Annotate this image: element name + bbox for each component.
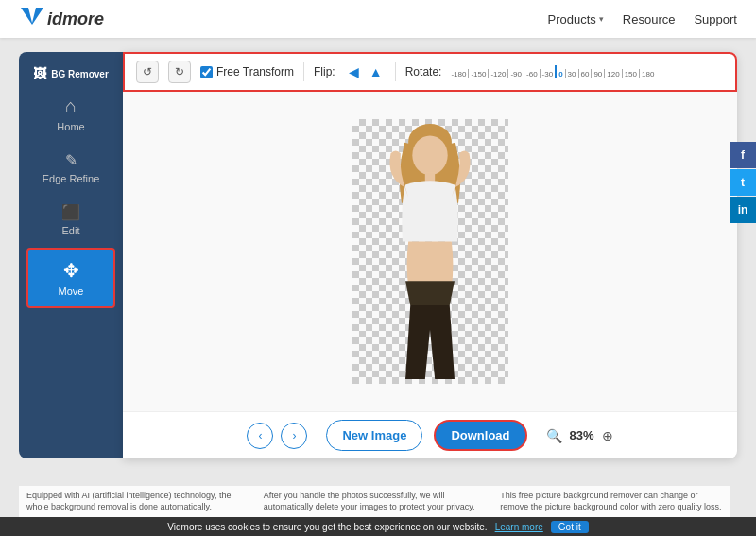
next-button[interactable]: › <box>281 423 307 449</box>
cookie-bar: Vidmore uses cookies to ensure you get t… <box>0 517 756 536</box>
navigation-arrows: ‹ › <box>247 423 307 449</box>
svg-point-3 <box>412 135 447 175</box>
info-strip-2: This free picture background remover can… <box>492 486 730 517</box>
learn-more-link[interactable]: Learn more <box>495 522 543 532</box>
zoom-out-icon[interactable]: 🔍 <box>546 428 562 443</box>
flip-vertical-button[interactable]: ▲ <box>367 62 386 81</box>
nav-items: Products ▾ Resource Support <box>548 12 738 26</box>
download-button[interactable]: Download <box>434 420 526 451</box>
logo-text: idmore <box>47 9 104 29</box>
new-image-button[interactable]: New Image <box>326 420 422 451</box>
toolbar: ↺ ↻ Free Transform Flip: ◀ ▲ Rotate: -18… <box>123 52 737 92</box>
canvas-area[interactable] <box>123 92 737 411</box>
chevron-down-icon: ▾ <box>599 14 604 24</box>
free-transform-toggle[interactable]: Free Transform <box>200 65 294 78</box>
subject-svg <box>364 124 496 379</box>
twitter-button[interactable]: t <box>730 169 756 196</box>
bg-icon: 🖼 <box>33 66 46 81</box>
separator-1 <box>303 62 304 81</box>
sidebar-item-edge-refine[interactable]: ✎ Edge Refine <box>19 142 123 194</box>
facebook-button[interactable]: f <box>730 142 756 168</box>
redo-button[interactable]: ↻ <box>168 61 191 83</box>
prev-button[interactable]: ‹ <box>247 423 273 449</box>
info-strip-0: Equipped with AI (artificial intelligenc… <box>19 486 256 517</box>
sidebar-item-home[interactable]: ⌂ Home <box>19 86 123 142</box>
bg-remover-label: 🖼 BG Remover <box>26 61 116 86</box>
cookie-text: Vidmore uses cookies to ensure you get t… <box>167 522 487 532</box>
logo-icon <box>19 6 45 26</box>
flip-controls: ◀ ▲ <box>345 62 386 81</box>
move-icon: ✥ <box>63 259 79 282</box>
linkedin-button[interactable]: in <box>730 197 756 223</box>
subject-image <box>352 119 508 384</box>
sidebar: 🖼 BG Remover ⌂ Home ✎ Edge Refine ⬛ Edit… <box>19 52 123 458</box>
image-container <box>352 119 508 384</box>
nav-products[interactable]: Products ▾ <box>548 12 604 26</box>
free-transform-checkbox[interactable] <box>200 66 213 78</box>
social-sidebar: f t in <box>730 142 756 223</box>
main-content: 🖼 BG Remover ⌂ Home ✎ Edge Refine ⬛ Edit… <box>0 38 756 517</box>
undo-button[interactable]: ↺ <box>136 61 159 83</box>
zoom-controls: 🔍 83% ⊕ <box>546 428 613 443</box>
rotate-scale[interactable]: -180 -150 -120 -90 -60 -30 0 30 60 90 <box>451 65 654 78</box>
nav-resource[interactable]: Resource <box>623 12 676 26</box>
separator-2 <box>395 62 396 81</box>
nav-support[interactable]: Support <box>694 12 737 26</box>
action-buttons: New Image Download <box>326 420 526 451</box>
home-icon: ⌂ <box>65 95 77 117</box>
zoom-value: 83% <box>570 428 594 442</box>
navbar: idmore Products ▾ Resource Support <box>0 0 756 38</box>
sidebar-item-edit[interactable]: ⬛ Edit <box>19 194 123 246</box>
logo-v <box>19 6 45 32</box>
sidebar-item-move[interactable]: ✥ Move <box>26 248 115 308</box>
got-it-button[interactable]: Got it <box>551 521 589 533</box>
info-strips: Equipped with AI (artificial intelligenc… <box>19 486 730 517</box>
bottom-bar: ‹ › New Image Download 🔍 83% ⊕ <box>123 411 737 458</box>
editor-panel: ↺ ↻ Free Transform Flip: ◀ ▲ Rotate: -18… <box>123 52 737 458</box>
edge-refine-icon: ✎ <box>65 151 77 169</box>
svg-marker-0 <box>21 8 43 25</box>
flip-horizontal-button[interactable]: ◀ <box>345 62 364 81</box>
info-strip-1: After you handle the photos successfully… <box>256 486 493 517</box>
zoom-in-icon[interactable]: ⊕ <box>602 428 613 443</box>
edit-icon: ⬛ <box>61 203 80 221</box>
logo[interactable]: idmore <box>19 6 104 32</box>
